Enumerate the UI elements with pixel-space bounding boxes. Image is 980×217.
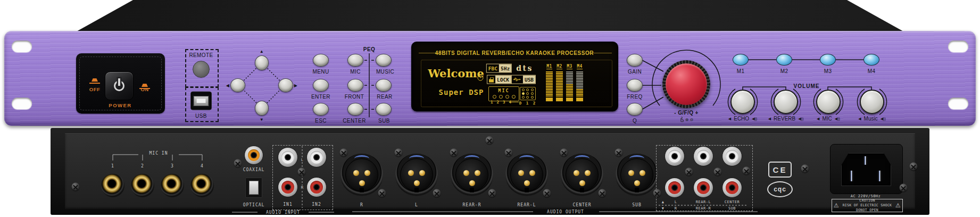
usb-icon [513,77,521,82]
nav-left-button[interactable] [230,78,245,92]
mic-numbers: 1 2 3 4 [491,100,511,105]
speaker-min-icon: ◀ [768,116,771,120]
nav-up-icon: ▲ [260,49,264,54]
meter-label: M2 [557,64,562,69]
mic-in-1-label: 1 [111,164,114,168]
speaker-max-icon: ◀)) [881,116,886,120]
audio-input-label: AUDIO INPUT [266,210,300,215]
warning-exclamation-icon: ⚠ [895,202,901,209]
input-right-label: R [301,186,304,190]
music-volume-knob[interactable] [860,90,884,114]
down-arrow-icon: ▼ [662,206,665,211]
speaker-max-icon: ◀)) [752,116,757,120]
in1-label: IN1 [283,202,292,207]
m1-led [733,54,749,66]
speaker-max-icon: ◀)) [835,116,840,120]
music-knob-label: ◀ Music ◀)) [858,116,886,122]
screw-icon [72,183,80,191]
esc-button[interactable] [313,103,329,116]
lock-label: LOCK [495,76,511,84]
screw-icon [505,149,513,157]
mic-knob-label: ◀ MIC ◀)) [817,116,840,122]
coaxial-jack [244,146,263,165]
level-meter: M2 [556,64,563,101]
reverb-volume-knob[interactable] [774,90,798,114]
display-title: 48BITS DIGITAL REVERB/ECHO KARAOKE PROCE… [435,50,594,56]
power-button[interactable] [105,71,134,100]
freq-label: FREQ [627,94,642,100]
mic-in-1-jack [101,174,124,197]
echo-volume-knob[interactable] [730,90,755,114]
audio-output-label: AUDIO OUTPUT [547,210,584,214]
rca-out-center-label: CENTER [725,200,740,204]
peq-mic-label: MIC [350,69,361,75]
peq-mic-button[interactable] [347,54,363,67]
input-left-label: L [301,158,304,162]
screw-icon [433,189,441,197]
mic-in-label: MIC IN [150,151,168,156]
nav-up-button[interactable] [255,55,269,70]
mic-in-2-jack [131,174,154,197]
m2-led [776,54,792,66]
power-icon [112,79,126,93]
speaker-max-icon: ◀)) [798,116,803,120]
freq-button[interactable] [627,79,643,92]
peq-front-button[interactable] [347,79,363,92]
rack-slot [12,41,32,52]
mic-volume-knob[interactable] [816,90,841,114]
usb-port[interactable] [190,92,212,110]
cqc-mark: cqc [767,181,793,197]
mic-in-2-label: 2 [141,164,144,168]
rack-slot [948,98,968,109]
peq-center-button[interactable] [347,103,363,116]
screw-icon [685,168,693,176]
mic-d12-link [510,102,519,102]
rca-out-rear-r [693,178,713,198]
screw-icon [714,168,722,176]
screw-icon [378,189,386,197]
coaxial-label: COAXIAL [243,167,265,172]
mic-box-label: MIC [498,88,509,93]
m3-label: M3 [824,68,832,74]
screw-icon [234,159,242,167]
xlr-sub-label: SUB [632,203,641,207]
peq-rear-label: REAR [377,94,392,100]
enter-button[interactable] [313,79,329,92]
peq-sub-button[interactable] [376,103,392,116]
iec-neutral-pin [877,171,882,181]
menu-label: MENU [312,69,329,75]
peq-front-label: FRONT [345,94,364,100]
q-button[interactable] [627,103,643,116]
menu-button[interactable] [313,54,329,67]
usb-port-tab [197,99,206,103]
caution-text: CAUTION RISK OF ELECTRIC SHOCK DONOT OPE… [843,198,892,212]
lock-badge: LOCK [487,75,511,84]
nav-down-button[interactable] [255,101,269,116]
screw-icon [450,149,458,157]
peq-rear-button[interactable] [376,79,392,92]
screw-icon [298,168,306,176]
nav-right-button[interactable] [278,78,293,92]
in1-right-rca [278,177,298,197]
dsp-text: Super DSP [439,88,484,97]
speaker-min-icon: ◀ [858,116,861,120]
peq-music-button[interactable] [376,54,392,67]
meter-label: M4 [577,64,583,69]
gain-button[interactable] [627,54,643,67]
q-label: Q [633,118,637,124]
fbc-badge: FBC 5Hz [486,64,512,73]
xlr-r-label: R [360,203,363,207]
nav-left-icon: ◀ [226,83,230,88]
rca-out-sub-label: SUB [728,206,736,211]
in2-label: IN2 [312,202,321,207]
screw-icon [743,167,751,175]
power-rating-label: AC 220V/50Hz [851,194,881,198]
usb-label: USB [195,113,207,119]
gfq-knob[interactable] [662,60,710,108]
echo-knob-label: ◀ ECHO ◀)) [728,116,757,122]
knob-hint-icons: ⊕ ⊖ [679,117,693,122]
peq-label: PEQ [363,46,375,52]
iec-earth-pin [863,156,868,165]
mic-indicator-dots [493,95,516,99]
up-arrow-icon: ▲ [662,200,665,204]
